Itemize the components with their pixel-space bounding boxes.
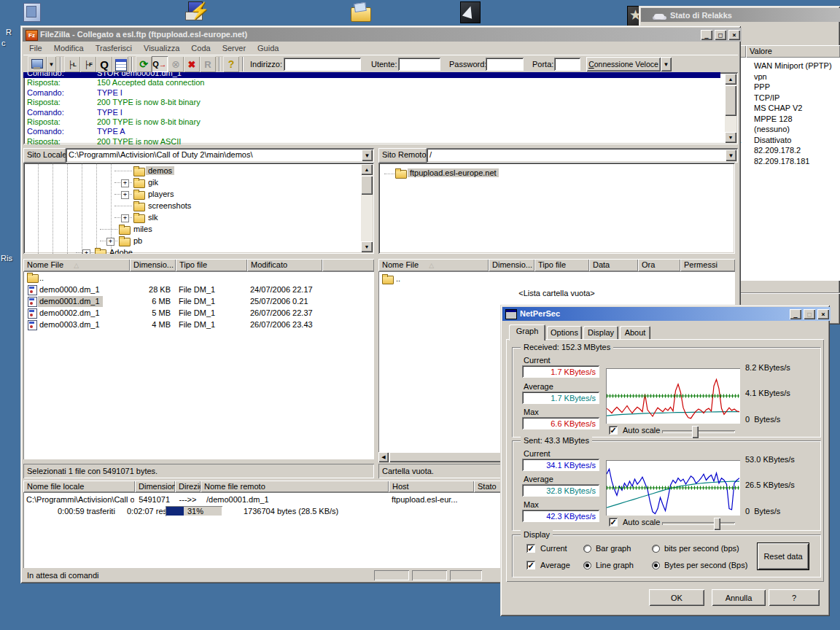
tab-options[interactable]: Options [547, 326, 582, 340]
minimize-button[interactable]: _ [790, 309, 801, 319]
remote-col-Ora[interactable]: Ora [638, 259, 680, 271]
tree-item-players[interactable]: players [146, 190, 176, 198]
tab-about[interactable]: About [620, 326, 650, 340]
tree-item-pb[interactable]: pb [131, 236, 144, 245]
remote-col-Tipo file[interactable]: Tipo file [534, 259, 589, 271]
process-queue-button[interactable]: Q→ [152, 56, 168, 72]
menu-guida[interactable]: Guida [252, 42, 284, 54]
tree-expand-icon[interactable]: + [121, 179, 129, 187]
folder-up-icon[interactable] [27, 274, 39, 283]
local-col-Nome File[interactable]: Nome File△ [23, 259, 130, 271]
tree-item-remote-root[interactable]: ftpupload.esl-europe.net [408, 168, 499, 177]
received-autoscale-checkbox[interactable]: ✓ [609, 426, 618, 435]
documents-folder-icon[interactable] [349, 1, 373, 25]
tree-scrollbar-thumb[interactable] [361, 176, 373, 195]
queue-col-Host[interactable]: Host [389, 481, 474, 492]
combo-dropdown-icon[interactable]: ▼ [726, 149, 736, 161]
remote-up-row[interactable]: .. [396, 274, 400, 283]
quickconnect-button[interactable]: Connessione Veloce [586, 57, 661, 71]
received-slider-thumb[interactable] [692, 426, 699, 438]
queue-col-Nome file locale[interactable]: Nome file locale [23, 481, 135, 492]
dark-app-icon[interactable] [458, 0, 483, 25]
queue-col-Dimensione[interactable]: Dimensione [135, 481, 175, 492]
local-path-combobox[interactable]: C:\Programmi\Activision\Call of Duty 2\m… [66, 148, 374, 163]
local-col-Dimensio...[interactable]: Dimensio... [130, 259, 176, 271]
toggle-remote-tree-button[interactable]: ├F [80, 56, 96, 72]
tree-item-gik[interactable]: gik [146, 178, 160, 187]
bps-radio[interactable] [652, 545, 660, 553]
refresh-button[interactable]: ⟳ [136, 56, 152, 72]
menu-file[interactable]: File [23, 42, 48, 54]
site-manager-dropdown[interactable]: ▼ [47, 56, 56, 72]
file-row-demo0001.dm_1[interactable]: demo0001.dm_1 [38, 296, 103, 307]
queue-col-Nome file remoto[interactable]: Nome file remoto [201, 481, 389, 492]
toggle-raw-view-button[interactable] [112, 56, 128, 72]
remote-col-Permessi[interactable]: Permessi [680, 259, 735, 271]
combo-dropdown-icon[interactable]: ▼ [362, 149, 373, 161]
queue-col-Direzione[interactable]: Direzione [175, 481, 201, 492]
file-row-demo0002.dm_1[interactable]: demo0002.dm_1 [38, 308, 103, 319]
tab-graph[interactable]: Graph [509, 324, 545, 341]
toggle-queue-button[interactable]: Q [96, 56, 112, 72]
tab-display[interactable]: Display [583, 326, 618, 340]
minimize-button[interactable]: _ [701, 30, 712, 40]
display-current-checkbox[interactable]: ✓ [526, 544, 535, 553]
disconnect-button[interactable]: ✖ [184, 56, 200, 72]
local-col-Modificato[interactable]: Modificato [247, 259, 322, 271]
queue-local-file[interactable]: C:\Programmi\Activision\Call of Duty 2..… [26, 495, 134, 504]
bar-graph-radio[interactable] [583, 545, 591, 553]
close-button[interactable]: × [817, 309, 829, 319]
scroll-down-button[interactable]: ▼ [725, 132, 736, 143]
log-scrollbar-thumb[interactable] [725, 85, 736, 116]
file-row-up[interactable]: .. [38, 273, 47, 284]
sent-slider-thumb[interactable] [714, 518, 720, 530]
display-average-checkbox[interactable]: ✓ [526, 561, 535, 569]
tree-expand-icon[interactable]: + [106, 238, 114, 246]
cancel-operation-button[interactable]: ⊗ [168, 56, 184, 72]
port-input[interactable] [554, 58, 580, 71]
local-col-spacer[interactable] [322, 259, 374, 271]
sent-scale-slider[interactable] [662, 522, 735, 525]
maximize-button[interactable]: □ [804, 309, 815, 319]
menu-trasferisci[interactable]: Trasferisci [90, 42, 138, 54]
file-row-demo0000.dm_1[interactable]: demo0000.dm_1 [38, 284, 103, 295]
sent-autoscale-checkbox[interactable]: ✓ [609, 518, 618, 526]
scroll-up-button[interactable]: ▲ [361, 164, 373, 175]
password-input[interactable] [486, 58, 524, 71]
tree-item-demos[interactable]: demos [146, 166, 174, 175]
help-button[interactable]: ? [769, 589, 820, 606]
maximize-button[interactable]: □ [715, 30, 726, 40]
tree-expand-icon[interactable]: + [121, 191, 129, 199]
file-row-demo0003.dm_1[interactable]: demo0003.dm_1 [38, 319, 103, 330]
folder-up-icon[interactable] [382, 276, 394, 284]
user-input[interactable] [398, 58, 440, 71]
reconnect-button[interactable]: R [200, 56, 216, 72]
log-scrollbar[interactable]: ▲ ▼ [725, 74, 736, 143]
local-tree-scrollbar[interactable]: ▲ ▼ [361, 164, 373, 252]
scroll-up-button[interactable]: ▲ [725, 74, 736, 85]
site-manager-button[interactable] [28, 56, 47, 72]
address-input[interactable] [284, 58, 361, 71]
received-scale-slider[interactable] [662, 430, 735, 433]
menu-coda[interactable]: Coda [185, 42, 216, 54]
hscrollbar-thumb[interactable] [389, 452, 513, 462]
remote-col-Nome File[interactable]: Nome File△ [378, 259, 489, 271]
relakks-column-valore[interactable]: Valore [746, 45, 840, 58]
remote-col-Data[interactable]: Data [589, 259, 638, 271]
scroll-down-button[interactable]: ▼ [361, 241, 373, 252]
tree-expand-icon[interactable]: + [82, 249, 90, 254]
filezilla-desktop-icon[interactable]: ⚡ [184, 0, 209, 25]
tree-item-slk[interactable]: slk [146, 213, 160, 222]
help-button[interactable]: ? [223, 56, 239, 72]
menu-visualizza[interactable]: Visualizza [138, 42, 185, 54]
tree-item-screenshots[interactable]: screenshots [146, 201, 193, 210]
local-col-Tipo file[interactable]: Tipo file [176, 259, 247, 271]
quickconnect-dropdown[interactable]: ▼ [661, 57, 672, 71]
remote-path-combobox[interactable]: / ▼ [427, 148, 738, 163]
tree-expand-icon[interactable]: + [121, 214, 129, 222]
tree-item-Adobe[interactable]: Adobe [107, 248, 135, 254]
toggle-local-tree-button[interactable]: ├L [64, 56, 80, 72]
menu-modifica[interactable]: Modifica [48, 42, 90, 54]
close-button[interactable]: × [728, 30, 740, 40]
reset-data-button[interactable]: Reset data [757, 542, 809, 570]
